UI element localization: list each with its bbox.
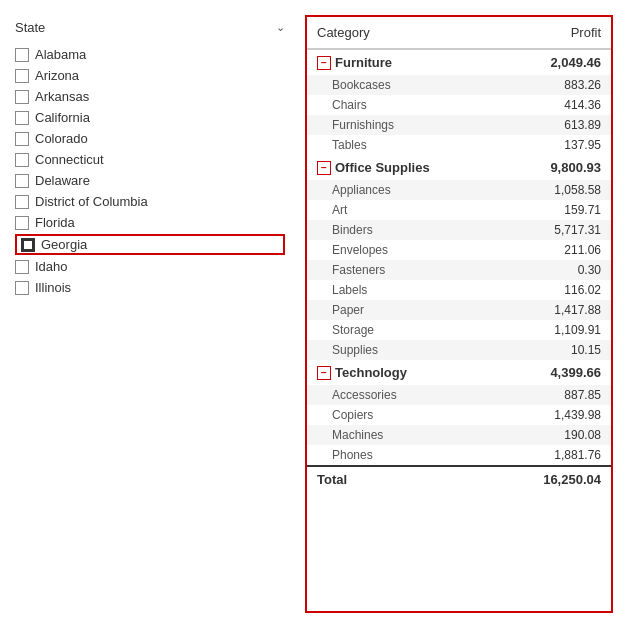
filter-arrow-icon[interactable]: ⌄ bbox=[276, 21, 285, 34]
state-label: Connecticut bbox=[35, 152, 104, 167]
state-checkbox[interactable] bbox=[15, 195, 29, 209]
category-row[interactable]: −Furniture2,049.46 bbox=[307, 49, 611, 75]
subcategory-name: Chairs bbox=[307, 95, 499, 115]
subcategory-name: Bookcases bbox=[307, 75, 499, 95]
state-checkbox[interactable] bbox=[21, 238, 35, 252]
state-item[interactable]: Arizona bbox=[15, 66, 285, 85]
category-profit: 9,800.93 bbox=[499, 155, 611, 180]
table-row: Fasteners0.30 bbox=[307, 260, 611, 280]
subcategory-name: Supplies bbox=[307, 340, 499, 360]
profit-header: Profit bbox=[499, 17, 611, 49]
state-item[interactable]: Colorado bbox=[15, 129, 285, 148]
category-label: Technology bbox=[335, 365, 407, 380]
subcategory-profit: 211.06 bbox=[499, 240, 611, 260]
state-label: Alabama bbox=[35, 47, 86, 62]
subcategory-profit: 414.36 bbox=[499, 95, 611, 115]
category-label: Office Supplies bbox=[335, 160, 430, 175]
subcategory-name: Envelopes bbox=[307, 240, 499, 260]
state-checkbox[interactable] bbox=[15, 281, 29, 295]
total-value: 16,250.04 bbox=[499, 466, 611, 490]
table-row: Tables137.95 bbox=[307, 135, 611, 155]
state-checkbox[interactable] bbox=[15, 90, 29, 104]
table-row: Labels116.02 bbox=[307, 280, 611, 300]
subcategory-profit: 1,439.98 bbox=[499, 405, 611, 425]
collapse-icon[interactable]: − bbox=[317, 366, 331, 380]
state-label: Arizona bbox=[35, 68, 79, 83]
state-checkbox[interactable] bbox=[15, 153, 29, 167]
category-header: Category bbox=[307, 17, 499, 49]
table-row: Appliances1,058.58 bbox=[307, 180, 611, 200]
state-label: California bbox=[35, 110, 90, 125]
category-name-cell: −Office Supplies bbox=[307, 155, 499, 180]
table-row: Binders5,717.31 bbox=[307, 220, 611, 240]
state-checkbox[interactable] bbox=[15, 216, 29, 230]
subcategory-name: Tables bbox=[307, 135, 499, 155]
state-label: Idaho bbox=[35, 259, 68, 274]
state-label: Delaware bbox=[35, 173, 90, 188]
table-row: Supplies10.15 bbox=[307, 340, 611, 360]
table-row: Paper1,417.88 bbox=[307, 300, 611, 320]
state-item[interactable]: Illinois bbox=[15, 278, 285, 297]
category-profit: 2,049.46 bbox=[499, 49, 611, 75]
table-row: Envelopes211.06 bbox=[307, 240, 611, 260]
state-item[interactable]: District of Columbia bbox=[15, 192, 285, 211]
subcategory-name: Storage bbox=[307, 320, 499, 340]
table-row: Machines190.08 bbox=[307, 425, 611, 445]
subcategory-profit: 887.85 bbox=[499, 385, 611, 405]
subcategory-name: Furnishings bbox=[307, 115, 499, 135]
category-row[interactable]: −Technology4,399.66 bbox=[307, 360, 611, 385]
subcategory-profit: 159.71 bbox=[499, 200, 611, 220]
subcategory-name: Accessories bbox=[307, 385, 499, 405]
state-checkbox[interactable] bbox=[15, 48, 29, 62]
state-label: Arkansas bbox=[35, 89, 89, 104]
profit-table: Category Profit −Furniture2,049.46Bookca… bbox=[307, 17, 611, 490]
subcategory-profit: 1,417.88 bbox=[499, 300, 611, 320]
subcategory-name: Machines bbox=[307, 425, 499, 445]
state-item[interactable]: Connecticut bbox=[15, 150, 285, 169]
subcategory-profit: 1,109.91 bbox=[499, 320, 611, 340]
state-label: Georgia bbox=[41, 237, 87, 252]
subcategory-profit: 190.08 bbox=[499, 425, 611, 445]
state-checkbox[interactable] bbox=[15, 111, 29, 125]
table-row: Furnishings613.89 bbox=[307, 115, 611, 135]
category-name-cell: −Furniture bbox=[307, 50, 499, 75]
total-label: Total bbox=[307, 466, 499, 490]
subcategory-profit: 137.95 bbox=[499, 135, 611, 155]
category-name-cell: −Technology bbox=[307, 360, 499, 385]
state-item[interactable]: California bbox=[15, 108, 285, 127]
category-row[interactable]: −Office Supplies9,800.93 bbox=[307, 155, 611, 180]
subcategory-name: Labels bbox=[307, 280, 499, 300]
table-header-row: Category Profit bbox=[307, 17, 611, 49]
state-checkbox[interactable] bbox=[15, 174, 29, 188]
state-item[interactable]: Arkansas bbox=[15, 87, 285, 106]
subcategory-profit: 0.30 bbox=[499, 260, 611, 280]
subcategory-name: Fasteners bbox=[307, 260, 499, 280]
total-row: Total16,250.04 bbox=[307, 466, 611, 490]
subcategory-profit: 613.89 bbox=[499, 115, 611, 135]
state-item[interactable]: Alabama bbox=[15, 45, 285, 64]
state-item[interactable]: Delaware bbox=[15, 171, 285, 190]
collapse-icon[interactable]: − bbox=[317, 161, 331, 175]
table-row: Chairs414.36 bbox=[307, 95, 611, 115]
state-item[interactable]: Florida bbox=[15, 213, 285, 232]
state-item[interactable]: Idaho bbox=[15, 257, 285, 276]
category-label: Furniture bbox=[335, 55, 392, 70]
state-filter-panel: State ⌄ AlabamaArizonaArkansasCalifornia… bbox=[0, 0, 300, 628]
state-label: District of Columbia bbox=[35, 194, 148, 209]
state-item[interactable]: Georgia bbox=[15, 234, 285, 255]
table-row: Accessories887.85 bbox=[307, 385, 611, 405]
subcategory-name: Phones bbox=[307, 445, 499, 466]
collapse-icon[interactable]: − bbox=[317, 56, 331, 70]
subcategory-profit: 5,717.31 bbox=[499, 220, 611, 240]
state-checkbox[interactable] bbox=[15, 69, 29, 83]
subcategory-profit: 883.26 bbox=[499, 75, 611, 95]
subcategory-name: Copiers bbox=[307, 405, 499, 425]
table-row: Art159.71 bbox=[307, 200, 611, 220]
subcategory-profit: 1,881.76 bbox=[499, 445, 611, 466]
state-checkbox[interactable] bbox=[15, 260, 29, 274]
table-row: Phones1,881.76 bbox=[307, 445, 611, 466]
subcategory-name: Appliances bbox=[307, 180, 499, 200]
subcategory-name: Art bbox=[307, 200, 499, 220]
subcategory-profit: 10.15 bbox=[499, 340, 611, 360]
state-checkbox[interactable] bbox=[15, 132, 29, 146]
